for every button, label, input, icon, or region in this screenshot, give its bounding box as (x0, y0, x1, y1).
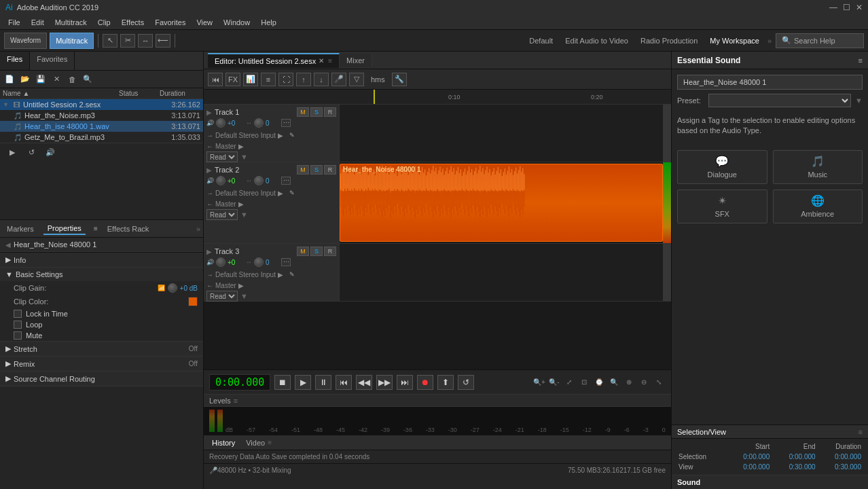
export-button[interactable]: ⬆ (437, 375, 454, 390)
track-2-output-expand[interactable]: ▶ (238, 200, 244, 208)
mute-checkbox[interactable] (14, 331, 22, 340)
track-1-input-expand[interactable]: ▶ (278, 132, 283, 139)
track-1-mode-select[interactable]: Read (206, 151, 238, 162)
track-3-mute[interactable]: M (297, 247, 309, 256)
zoom-extra-4[interactable]: ⤡ (652, 376, 666, 388)
info-section-header[interactable]: ▶ Info (0, 253, 203, 267)
track-2-mode-select[interactable]: Read (206, 209, 238, 220)
toolbar-tool-2[interactable]: ✂ (120, 34, 135, 48)
filter-ctrl[interactable]: ▽ (349, 73, 364, 86)
delete-file-button[interactable]: 🗑 (65, 73, 79, 86)
save-file-button[interactable]: 💾 (34, 73, 48, 86)
props-expand-icon[interactable]: » (196, 225, 200, 233)
loop-button-transport[interactable]: ↺ (458, 375, 474, 390)
send-ctrl[interactable]: ↑ (296, 73, 311, 86)
record-button[interactable]: ⏺ (417, 375, 433, 390)
stop-button[interactable]: ⏹ (274, 375, 291, 390)
mic-ctrl[interactable]: 🎤 (331, 73, 346, 86)
close-button[interactable]: ✕ (856, 3, 863, 12)
menu-effects[interactable]: Effects (116, 17, 149, 28)
zoom-out-button[interactable]: 🔍- (547, 376, 561, 388)
track-2-content[interactable]: Hear_the_Noise 48000 1 (340, 162, 663, 243)
track-1-input-edit[interactable]: ✎ (285, 129, 299, 141)
track-2-vol-knob[interactable] (216, 176, 225, 185)
track-2-input-edit[interactable]: ✎ (285, 187, 299, 199)
skip-forward-button[interactable]: ⏭ (397, 375, 413, 390)
toolbar-tool-4[interactable]: ⟵ (156, 34, 170, 48)
editor-tab-close[interactable]: ✕ (319, 57, 324, 65)
track-2-solo[interactable]: S (310, 165, 323, 175)
toolbar-tool-3[interactable]: ↔ (138, 34, 153, 48)
workspace-my[interactable]: My Workspace (704, 35, 765, 46)
track-1-pan-knob[interactable] (254, 118, 264, 128)
track-3-mode-select[interactable]: Read (206, 291, 238, 302)
search-file-button[interactable]: 🔍 (81, 73, 94, 86)
track-1-vol-knob[interactable] (216, 118, 225, 128)
new-file-button[interactable]: 📄 (3, 73, 16, 86)
expand-session-icon[interactable]: ▼ (3, 101, 11, 108)
loop-checkbox[interactable] (14, 321, 22, 329)
tab-editor[interactable]: Editor: Untitled Session 2.sesx ✕ ≡ (208, 53, 340, 68)
volume-button[interactable]: 🔊 (43, 146, 57, 158)
stretch-header[interactable]: ▶ Stretch Off (0, 342, 203, 356)
file-item-2[interactable]: 🎵 Hear_th_ise 48000 1.wav 3:13.071 (0, 121, 203, 132)
track-2-expand[interactable]: ▶ (206, 166, 212, 174)
toolbar-tool-1[interactable]: ↖ (103, 34, 117, 48)
track-2-pan-knob[interactable] (254, 176, 264, 185)
tab-files[interactable]: Files (0, 52, 30, 70)
tab-favorites[interactable]: Favorites (30, 52, 75, 70)
loop-button[interactable]: ↺ (24, 146, 38, 158)
zoom-fit-button[interactable]: ⤢ (562, 376, 576, 388)
track-3-input-expand[interactable]: ▶ (278, 271, 283, 278)
maximize-button[interactable]: ☐ (843, 3, 850, 12)
file-item-session[interactable]: ▼ 🎞 Untitled Session 2.sesx 3:26.162 (0, 99, 203, 110)
remix-header[interactable]: ▶ Remix Off (0, 357, 203, 371)
minimize-button[interactable]: — (829, 3, 837, 12)
workspace-more[interactable]: » (766, 35, 773, 46)
menu-clip[interactable]: Clip (92, 17, 116, 28)
zoom-sel-button[interactable]: ⊡ (577, 376, 591, 388)
track-1-record[interactable]: R (324, 107, 336, 117)
waveform-button[interactable]: Waveform (4, 33, 47, 49)
basic-section-header[interactable]: ▼ Basic Settings (0, 268, 203, 281)
sel-view-menu[interactable]: ≡ (858, 428, 863, 436)
rewind-ctrl[interactable]: ⏮ (208, 73, 223, 86)
track-3-output-expand[interactable]: ▶ (238, 282, 244, 289)
rewind-button[interactable]: ◀◀ (356, 375, 372, 390)
menu-window[interactable]: Window (218, 17, 255, 28)
lock-in-time-checkbox[interactable] (14, 310, 22, 318)
track-1-output-expand[interactable]: ▶ (238, 143, 244, 150)
file-item-1[interactable]: 🎵 Hear_the_Noise.mp3 3:13.071 (0, 110, 203, 121)
zoom-time-button[interactable]: ⌚ (592, 376, 606, 388)
zoom-in-button[interactable]: 🔍+ (532, 376, 546, 388)
settings-ctrl[interactable]: ⛶ (278, 73, 293, 86)
zoom-extra-2[interactable]: ⊕ (622, 376, 636, 388)
multitrack-button[interactable]: Multitrack (50, 33, 94, 49)
track-3-input-edit[interactable]: ✎ (285, 268, 299, 280)
zoom-extra-1[interactable]: 🔍 (607, 376, 621, 388)
fast-forward-button[interactable]: ▶▶ (376, 375, 393, 390)
tab-video[interactable]: Video ≡ (240, 437, 277, 449)
tab-history[interactable]: History (206, 437, 240, 449)
preset-down-icon[interactable]: ▼ (855, 96, 863, 105)
menu-view[interactable]: View (191, 17, 218, 28)
audio-type-sfx[interactable]: ✴ SFX (677, 189, 767, 223)
track-3-solo[interactable]: S (310, 247, 323, 256)
play-button-transport[interactable]: ▶ (295, 375, 311, 390)
track-2-extra[interactable]: ⋯ (281, 177, 291, 185)
snap-ctrl[interactable]: 🔧 (392, 73, 407, 86)
meter-ctrl[interactable]: ≡ (261, 73, 276, 86)
menu-multitrack[interactable]: Multitrack (50, 17, 92, 28)
gain-knob[interactable] (168, 283, 177, 293)
menu-favorites[interactable]: Favorites (149, 17, 191, 28)
zoom-extra-3[interactable]: ⊖ (637, 376, 651, 388)
track-1-mute[interactable]: M (297, 107, 309, 117)
track-1-expand[interactable]: ▶ (206, 109, 212, 116)
editor-tab-menu[interactable]: ≡ (328, 57, 332, 65)
skip-back-button[interactable]: ⏮ (336, 375, 352, 390)
menu-file[interactable]: File (3, 17, 26, 28)
pause-button[interactable]: ⏸ (315, 375, 331, 390)
audio-type-ambience[interactable]: 🌐 Ambience (773, 189, 863, 223)
menu-help[interactable]: Help (255, 17, 282, 28)
workspace-default[interactable]: Default (524, 35, 558, 46)
